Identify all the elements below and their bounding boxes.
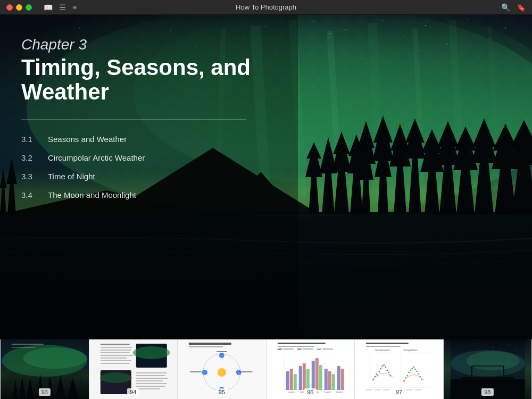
- svg-rect-107: [324, 369, 327, 390]
- search-icon[interactable]: 🔍: [501, 3, 510, 12]
- maximize-button[interactable]: [26, 4, 32, 11]
- svg-point-65: [99, 372, 131, 383]
- minimize-button[interactable]: [16, 4, 22, 11]
- svg-rect-110: [337, 366, 340, 390]
- svg-text:Temperature: Temperature: [375, 348, 390, 352]
- svg-rect-63: [100, 363, 129, 364]
- toc-label-1: Seasons and Weather: [48, 135, 127, 144]
- svg-rect-59: [100, 352, 129, 353]
- svg-rect-58: [100, 350, 131, 351]
- toc-item-3[interactable]: 3.3 Time of Night: [21, 172, 271, 181]
- svg-rect-102: [302, 363, 305, 390]
- thumbnail-93[interactable]: 93: [0, 339, 89, 399]
- svg-point-142: [406, 375, 408, 377]
- titlebar-left: 📖 ☰ ≡: [6, 3, 77, 12]
- svg-point-149: [418, 373, 419, 375]
- svg-point-146: [413, 367, 414, 368]
- svg-rect-57: [100, 347, 132, 348]
- svg-point-167: [477, 344, 477, 344]
- toc-number-4: 3.4: [21, 190, 37, 200]
- svg-rect-105: [315, 358, 318, 390]
- svg-rect-67: [136, 375, 165, 376]
- svg-rect-91: [282, 348, 293, 350]
- titlebar: 📖 ☰ ≡ How To Photograph 🔍 🔖: [0, 0, 532, 15]
- thumbnail-97[interactable]: Temperature Temperature: [355, 339, 444, 399]
- page-number-93: 93: [39, 388, 51, 396]
- svg-rect-66: [136, 372, 167, 373]
- svg-point-126: [376, 373, 377, 375]
- titlebar-right: 🔍 🔖: [501, 3, 526, 12]
- svg-point-171: [501, 350, 501, 351]
- svg-rect-157: [415, 389, 421, 390]
- svg-rect-60: [100, 355, 133, 356]
- thumbnail-95[interactable]: 95: [178, 339, 267, 399]
- svg-rect-71: [136, 386, 165, 387]
- svg-rect-152: [366, 389, 372, 390]
- svg-rect-92: [297, 348, 301, 350]
- svg-rect-101: [298, 366, 302, 390]
- toc-number-2: 3.2: [21, 153, 37, 162]
- toc-number-3: 3.3: [21, 172, 37, 181]
- svg-rect-115: [324, 392, 330, 393]
- svg-point-168: [493, 347, 493, 348]
- text-icon[interactable]: ≡: [72, 3, 77, 12]
- page-number-94: 94: [127, 388, 139, 396]
- svg-rect-61: [100, 358, 127, 359]
- svg-rect-93: [302, 348, 313, 350]
- svg-rect-74: [189, 343, 231, 345]
- svg-point-43: [23, 347, 87, 369]
- main-content: Chapter 3 Timing, Seasons, and Weather 3…: [0, 15, 532, 339]
- titlebar-icons: 📖 ☰ ≡: [44, 3, 77, 12]
- svg-rect-56: [100, 344, 129, 345]
- svg-rect-118: [366, 343, 409, 344]
- svg-rect-95: [322, 348, 332, 350]
- svg-rect-119: [366, 346, 401, 347]
- svg-rect-111: [340, 369, 344, 390]
- svg-point-160: [466, 351, 519, 370]
- toc-item-2[interactable]: 3.2 Circumpolar Arctic Weather: [21, 153, 271, 162]
- chapter-overlay: Chapter 3 Timing, Seasons, and Weather 3…: [0, 15, 293, 339]
- svg-point-172: [517, 349, 517, 350]
- toc-item-1[interactable]: 3.1 Seasons and Weather: [21, 135, 271, 144]
- thumbnail-94[interactable]: 94: [89, 339, 178, 399]
- svg-point-130: [381, 365, 383, 367]
- svg-point-144: [410, 370, 411, 371]
- svg-rect-84: [241, 371, 253, 372]
- bookmark-icon[interactable]: 🔖: [517, 3, 526, 12]
- window-title: How To Photograph: [236, 3, 296, 11]
- svg-point-145: [411, 368, 413, 370]
- svg-point-143: [408, 372, 410, 373]
- svg-rect-75: [189, 346, 223, 347]
- svg-rect-106: [319, 365, 322, 390]
- thumbnail-96[interactable]: 96: [267, 339, 355, 399]
- svg-rect-83: [217, 351, 227, 352]
- svg-point-129: [380, 368, 381, 370]
- toc-number-1: 3.1: [21, 135, 37, 144]
- thumbnail-98[interactable]: 98: [444, 339, 533, 399]
- toc-label-2: Circumpolar Arctic Weather: [48, 153, 145, 162]
- chapter-subtitle: Chapter 3: [21, 36, 271, 53]
- page-number-98: 98: [481, 388, 493, 396]
- toc-item-4[interactable]: 3.4 The Moon and Moonlight: [21, 190, 271, 200]
- svg-rect-156: [406, 389, 413, 390]
- thumbnail-strip: 93 94: [0, 339, 532, 399]
- svg-rect-100: [293, 374, 296, 390]
- svg-text:Temperature: Temperature: [403, 348, 418, 352]
- svg-rect-68: [136, 378, 168, 379]
- svg-rect-161: [461, 377, 514, 379]
- svg-rect-154: [383, 389, 389, 390]
- svg-rect-69: [136, 380, 162, 381]
- chapter-divider: [21, 119, 246, 120]
- svg-rect-99: [289, 369, 293, 390]
- svg-rect-90: [277, 348, 281, 350]
- svg-point-10: [505, 28, 505, 28]
- svg-rect-70: [136, 383, 167, 384]
- svg-point-166: [461, 346, 461, 346]
- close-button[interactable]: [6, 4, 13, 11]
- page-number-95: 95: [216, 388, 228, 396]
- svg-point-131: [383, 364, 385, 366]
- svg-point-133: [386, 370, 388, 371]
- book-icon[interactable]: 📖: [44, 3, 53, 12]
- svg-point-77: [218, 368, 226, 377]
- list-icon[interactable]: ☰: [59, 3, 66, 12]
